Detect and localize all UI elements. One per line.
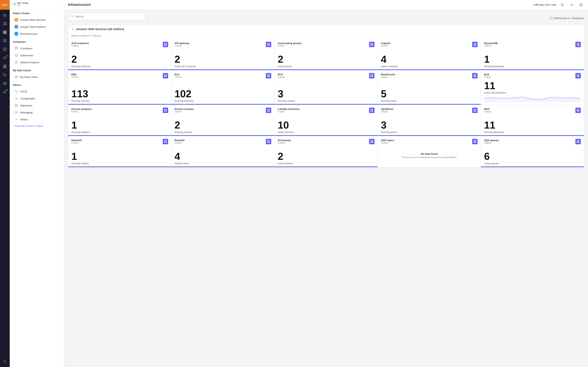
- plus-button[interactable]: [569, 2, 575, 8]
- search-button[interactable]: [559, 2, 565, 8]
- service-card-api-gateway[interactable]: API gateway 0 Alerts 2 Active API resour…: [172, 39, 275, 70]
- sidebar-item-my-data-center[interactable]: My Data Center: [10, 73, 64, 80]
- card-title: SNS topics: [381, 139, 394, 142]
- card-alerts: 0 Alerts: [381, 110, 394, 113]
- card-grid-icon: [575, 73, 581, 78]
- card-sub-label: Running stacks: [381, 131, 478, 133]
- card-title: Kinesis streams: [175, 108, 194, 110]
- sidebar-label-messaging: Messaging: [20, 111, 33, 114]
- service-card-dynamodb[interactable]: DynamoDB 0 Alerts 1 Running databases: [481, 39, 584, 70]
- nav-infrastructure[interactable]: [1, 28, 9, 36]
- card-bottom-bar: [275, 69, 378, 70]
- card-header: Redshift 0 Alerts: [71, 139, 168, 146]
- card-number: 5: [381, 89, 478, 99]
- search-input[interactable]: [75, 15, 143, 18]
- card-bottom-bar: [172, 69, 275, 70]
- sidebar-item-configuration[interactable]: Configuration: [10, 95, 64, 102]
- service-card-sns[interactable]: SNS topics 0 Alerts No data found This c…: [378, 136, 481, 167]
- card-title: SQS queues: [484, 139, 499, 142]
- svg-rect-82: [577, 45, 578, 46]
- splunk-logo[interactable]: splunk>: [0, 0, 10, 10]
- sidebar-item-network-explorer[interactable]: Network Explorer: [10, 59, 64, 66]
- service-card-cognito[interactable]: Cognito 0 Alerts 4 Active userpools: [378, 39, 481, 70]
- card-grid-icon: [575, 139, 581, 144]
- svg-rect-72: [371, 43, 372, 44]
- svg-rect-112: [371, 109, 372, 110]
- nav-collapse[interactable]: [1, 358, 9, 366]
- sidebar-item-others[interactable]: Others: [10, 116, 64, 123]
- card-bottom-bar: [481, 167, 584, 167]
- nav-apm[interactable]: [1, 45, 9, 53]
- svg-rect-124: [164, 140, 165, 141]
- show-all-link[interactable]: Show all (4 more / 9 total): [10, 123, 64, 129]
- card-title: Redshift: [71, 139, 81, 142]
- nav-tag[interactable]: [1, 71, 9, 79]
- card-number: 11: [484, 120, 581, 130]
- svg-rect-71: [269, 45, 270, 46]
- sidebar-item-messaging[interactable]: Messaging: [10, 109, 64, 116]
- svg-rect-64: [164, 43, 165, 44]
- svg-rect-130: [267, 142, 268, 143]
- card-header: DynamoDB 0 Alerts: [484, 42, 581, 49]
- card-title: DynamoDB: [484, 42, 498, 45]
- service-card-kinesis-streams[interactable]: Kinesis streams 0 Alerts 2 Running strea…: [172, 105, 275, 136]
- nav-dashboards[interactable]: [1, 63, 9, 70]
- service-card-rds[interactable]: RDS 0 Alerts 11 Running databases: [481, 105, 584, 136]
- service-card-ec2[interactable]: EC2 0 Alerts 102 Running instances: [172, 70, 275, 105]
- service-card-elb[interactable]: ELB 0 Alerts 11 Active load balancers: [481, 70, 584, 105]
- service-card-route53[interactable]: Route53 0 Alerts 4 Hosted zones: [172, 136, 275, 167]
- service-card-opsworks[interactable]: OpsWorks 0 Alerts 3 Running stacks: [378, 105, 481, 136]
- sidebar-item-cicd[interactable]: CI/CD: [10, 88, 64, 95]
- svg-rect-115: [372, 110, 373, 111]
- card-sub-label: Running volumes: [71, 100, 168, 102]
- svg-rect-93: [372, 75, 373, 75]
- card-bottom-bar: [378, 135, 481, 136]
- aws-section: Amazon Web Services (20 entities) (Data …: [68, 25, 584, 167]
- svg-line-42: [17, 63, 17, 63]
- svg-rect-98: [474, 76, 475, 77]
- service-card-elasticache[interactable]: ElastiCache 0 Alerts 5 Running nodes: [378, 70, 481, 105]
- sidebar-item-azure[interactable]: Az Microsoft Azure: [10, 30, 64, 37]
- time-filter[interactable]: EDT -04:00 -4h: [10, 0, 64, 9]
- card-alerts: 0 Alerts: [484, 45, 498, 47]
- svg-rect-24: [3, 82, 6, 85]
- nav-alerts[interactable]: [1, 54, 9, 62]
- my-data-center-header: My Data Center: [10, 66, 64, 73]
- svg-rect-103: [578, 76, 579, 77]
- service-card-alb[interactable]: ALB instances 0 Alerts 2 Running instanc…: [68, 39, 171, 70]
- svg-rect-141: [578, 140, 579, 141]
- sidebar-label-network-explorer: Network Explorer: [20, 61, 40, 64]
- collapse-button[interactable]: [71, 28, 75, 31]
- bookmark-button[interactable]: [578, 2, 584, 8]
- nav-synthetics[interactable]: [1, 80, 9, 87]
- nav-home[interactable]: [1, 11, 9, 19]
- nav-settings[interactable]: [1, 88, 9, 96]
- service-card-sqs[interactable]: SQS queues 0 Alerts 6 Active queues: [481, 136, 584, 167]
- card-grid-icon: [472, 139, 477, 144]
- sidebar-item-containers[interactable]: Containers: [10, 45, 64, 52]
- svg-point-1: [4, 23, 5, 24]
- card-grid-icon: [266, 73, 271, 78]
- nav-topology[interactable]: [1, 20, 9, 28]
- service-card-autoscaling[interactable]: Autoscaling groups 0 Alerts 2 Active gro…: [275, 39, 378, 70]
- card-title: RDS: [484, 108, 491, 110]
- service-card-lambda[interactable]: Lambda functions 0 Alerts 10 Active func…: [275, 105, 378, 136]
- card-title: Autoscaling groups: [278, 42, 301, 45]
- sidebar-item-datastores[interactable]: Datastores: [10, 102, 64, 109]
- dashboards-nav-link[interactable]: Dashboards vs. Navigators: [550, 17, 584, 20]
- sidebar-item-kubernetes[interactable]: Kubernetes: [10, 52, 64, 59]
- service-card-kinesis-analytics[interactable]: Kinesis analytics 0 Alerts 1 Running ana…: [68, 105, 171, 136]
- sidebar-item-aws[interactable]: A Amazon Web Services: [10, 16, 64, 23]
- nav-logs[interactable]: [1, 37, 9, 45]
- service-card-s3[interactable]: S3 buckets 0 Alerts 2 Active buckets: [275, 136, 378, 167]
- svg-rect-90: [267, 76, 268, 77]
- svg-rect-109: [269, 109, 270, 110]
- card-alerts: 0 Alerts: [381, 76, 395, 78]
- sidebar-item-gcp[interactable]: G Google Cloud Platform: [10, 23, 64, 30]
- configuration-icon: [14, 97, 18, 100]
- svg-point-34: [16, 62, 17, 63]
- service-card-redshift[interactable]: Redshift 0 Alerts 1 Running clusters: [68, 136, 171, 167]
- service-card-ebs[interactable]: EBS 0 Alerts 113 Running volumes: [68, 70, 171, 105]
- search-bar[interactable]: [68, 13, 146, 20]
- service-card-ecs[interactable]: ECS 0 Alerts 3 Running clusters: [275, 70, 378, 105]
